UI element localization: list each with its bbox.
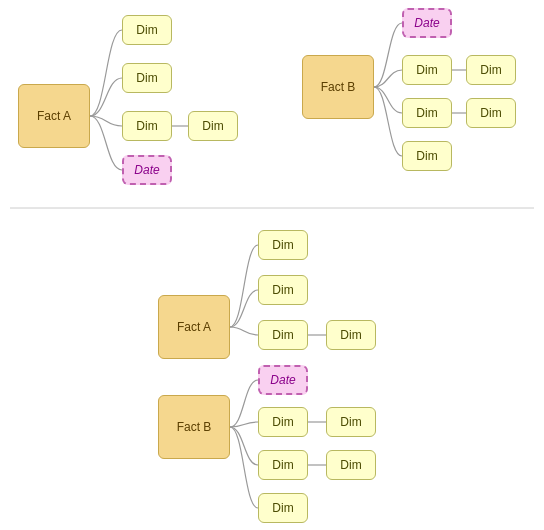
canvas: Fact A Dim Dim Dim Dim Date Fact B Date … (0, 0, 544, 530)
top-right-dim-4: Dim (466, 98, 516, 128)
bottom-date: Date (258, 365, 308, 395)
bottom-dim-6: Dim (326, 407, 376, 437)
top-left-dim-1: Dim (122, 15, 172, 45)
top-right-dim-3: Dim (402, 98, 452, 128)
top-left-dim-4: Dim (188, 111, 238, 141)
top-left-dim-2: Dim (122, 63, 172, 93)
bottom-dim-7: Dim (258, 450, 308, 480)
top-right-dim-2: Dim (466, 55, 516, 85)
top-left-date: Date (122, 155, 172, 185)
bottom-dim-3: Dim (258, 320, 308, 350)
bottom-dim-4: Dim (326, 320, 376, 350)
bottom-dim-9: Dim (258, 493, 308, 523)
bottom-fact-a: Fact A (158, 295, 230, 359)
top-right-date: Date (402, 8, 452, 38)
top-right-dim-5: Dim (402, 141, 452, 171)
bottom-dim-2: Dim (258, 275, 308, 305)
bottom-dim-5: Dim (258, 407, 308, 437)
bottom-dim-8: Dim (326, 450, 376, 480)
top-left-dim-3: Dim (122, 111, 172, 141)
top-left-fact-a: Fact A (18, 84, 90, 148)
bottom-fact-b: Fact B (158, 395, 230, 459)
bottom-dim-1: Dim (258, 230, 308, 260)
top-right-dim-1: Dim (402, 55, 452, 85)
top-right-fact-b: Fact B (302, 55, 374, 119)
